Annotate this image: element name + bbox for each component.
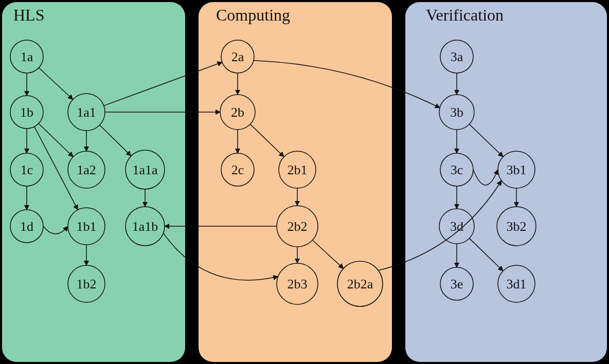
group-title-verification: Verification: [426, 6, 504, 24]
node-label-2b2a: 2b2a: [347, 277, 373, 292]
node-label-2b3: 2b3: [288, 277, 308, 292]
group-title-computing: Computing: [216, 6, 290, 24]
node-label-2b2: 2b2: [288, 219, 308, 234]
node-label-1a1a: 1a1a: [132, 162, 158, 177]
node-label-3a: 3a: [451, 49, 463, 64]
node-label-1a: 1a: [21, 49, 33, 64]
node-label-3d1: 3d1: [507, 277, 527, 292]
node-label-2b1: 2b1: [288, 162, 308, 177]
group-title-hls: HLS: [13, 6, 44, 24]
node-label-3c: 3c: [451, 162, 463, 177]
node-label-3b1: 3b1: [507, 162, 527, 177]
node-label-1b2: 1b2: [77, 277, 97, 292]
node-label-1a1: 1a1: [77, 105, 96, 120]
node-label-3d: 3d: [450, 219, 463, 234]
group-verification: [405, 2, 607, 362]
node-label-1a2: 1a2: [77, 162, 96, 177]
node-label-3e: 3e: [451, 277, 463, 292]
node-label-1d: 1d: [20, 219, 33, 234]
node-label-1b1: 1b1: [77, 219, 97, 234]
node-label-2b: 2b: [231, 105, 244, 120]
node-label-2a: 2a: [231, 49, 244, 64]
node-label-1b: 1b: [20, 105, 33, 120]
node-label-3b2: 3b2: [507, 219, 527, 234]
node-label-1c: 1c: [21, 162, 33, 177]
node-label-3b: 3b: [450, 105, 463, 120]
node-label-1a1b: 1a1b: [132, 219, 158, 234]
node-label-2c: 2c: [231, 162, 244, 177]
group-computing: [199, 2, 392, 362]
